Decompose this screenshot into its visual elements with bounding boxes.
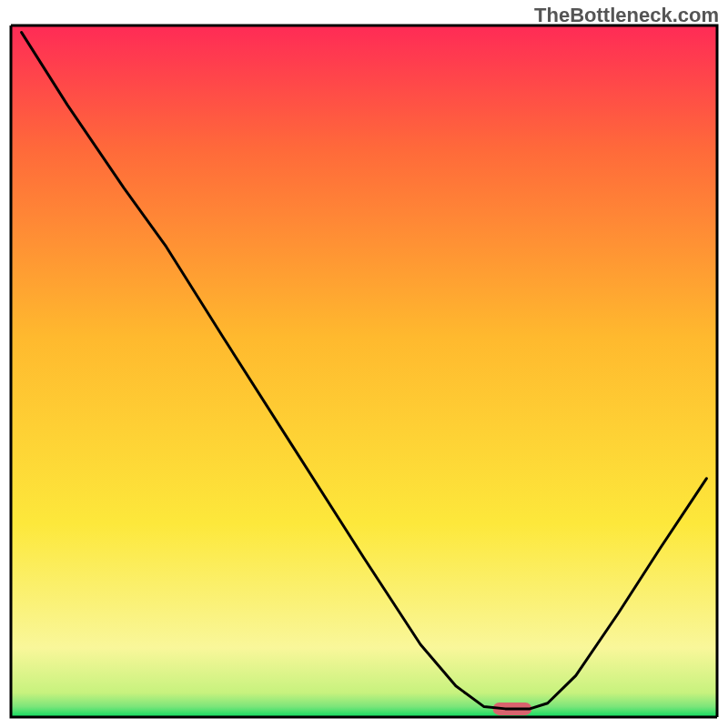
svg-rect-0 — [11, 25, 717, 717]
watermark-text: TheBottleneck.com — [534, 4, 719, 27]
bottleneck-chart: TheBottleneck.com — [0, 0, 728, 728]
chart-canvas — [0, 0, 728, 728]
